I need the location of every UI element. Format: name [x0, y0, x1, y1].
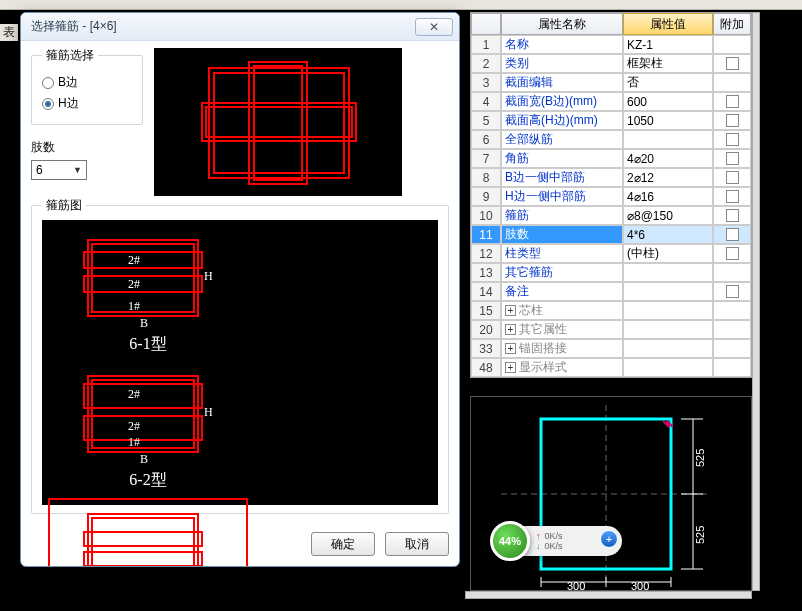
expand-icon[interactable]: +: [505, 362, 516, 373]
property-row[interactable]: 7角筋4⌀20: [471, 149, 751, 168]
property-value[interactable]: 1050: [623, 111, 713, 130]
property-row[interactable]: 4截面宽(B边)(mm)600: [471, 92, 751, 111]
property-value[interactable]: 否: [623, 73, 713, 92]
property-row[interactable]: 11肢数4*6: [471, 225, 751, 244]
property-value[interactable]: [623, 320, 713, 339]
property-value[interactable]: (中柱): [623, 244, 713, 263]
property-extra[interactable]: [713, 320, 751, 339]
property-extra[interactable]: [713, 187, 751, 206]
corner-label: 表: [0, 24, 18, 41]
svg-text:525: 525: [694, 526, 706, 544]
property-row[interactable]: 15+芯柱: [471, 301, 751, 320]
property-extra[interactable]: [713, 282, 751, 301]
speed-widget[interactable]: 44% ↑0K/s ↓0K/s +: [490, 521, 622, 561]
checkbox-icon[interactable]: [726, 152, 739, 165]
checkbox-icon[interactable]: [726, 114, 739, 127]
radio-b-side[interactable]: B边: [42, 74, 132, 91]
property-value[interactable]: 600: [623, 92, 713, 111]
preview-svg: [154, 48, 404, 198]
property-value[interactable]: 4*6: [623, 225, 713, 244]
property-idx: 5: [471, 111, 501, 130]
limb-combo[interactable]: 6 ▼: [31, 160, 87, 180]
property-extra[interactable]: [713, 301, 751, 320]
header-name[interactable]: 属性名称: [501, 13, 623, 35]
property-row[interactable]: 33+锚固搭接: [471, 339, 751, 358]
checkbox-icon[interactable]: [726, 209, 739, 222]
property-row[interactable]: 13其它箍筋: [471, 263, 751, 282]
property-idx: 6: [471, 130, 501, 149]
property-extra[interactable]: [713, 73, 751, 92]
property-value[interactable]: [623, 358, 713, 377]
cancel-button[interactable]: 取消: [385, 532, 449, 556]
property-row[interactable]: 8B边一侧中部筋2⌀12: [471, 168, 751, 187]
svg-text:1#: 1#: [128, 299, 140, 313]
svg-rect-0: [209, 68, 349, 178]
property-value[interactable]: KZ-1: [623, 35, 713, 54]
property-value[interactable]: [623, 301, 713, 320]
property-value[interactable]: [623, 339, 713, 358]
property-extra[interactable]: [713, 225, 751, 244]
property-value[interactable]: [623, 282, 713, 301]
graph-option-6-3[interactable]: 3# 2# 1# B H 6-3型: [48, 498, 248, 567]
property-value[interactable]: 2⌀12: [623, 168, 713, 187]
checkbox-icon[interactable]: [726, 247, 739, 260]
property-extra[interactable]: [713, 358, 751, 377]
svg-rect-9: [84, 276, 202, 292]
property-value[interactable]: [623, 130, 713, 149]
ok-button[interactable]: 确定: [311, 532, 375, 556]
property-extra[interactable]: [713, 92, 751, 111]
property-row[interactable]: 6全部纵筋: [471, 130, 751, 149]
radio-h-side[interactable]: H边: [42, 95, 132, 112]
dialog-titlebar[interactable]: 选择箍筋 - [4×6] ✕: [21, 13, 459, 41]
property-row[interactable]: 3截面编辑否: [471, 73, 751, 92]
property-row[interactable]: 2类别框架柱: [471, 54, 751, 73]
expand-icon[interactable]: +: [505, 343, 516, 354]
svg-text:2#: 2#: [128, 277, 140, 291]
checkbox-icon[interactable]: [726, 95, 739, 108]
header-extra[interactable]: 附加: [713, 13, 751, 35]
property-extra[interactable]: [713, 54, 751, 73]
expand-icon[interactable]: +: [505, 305, 516, 316]
property-value[interactable]: 4⌀16: [623, 187, 713, 206]
graph-option-6-2[interactable]: 2# 2# 1# B H 6-2型: [48, 362, 248, 494]
property-row[interactable]: 20+其它属性: [471, 320, 751, 339]
property-extra[interactable]: [713, 130, 751, 149]
property-value[interactable]: 4⌀20: [623, 149, 713, 168]
checkbox-icon[interactable]: [726, 228, 739, 241]
property-row[interactable]: 12柱类型(中柱): [471, 244, 751, 263]
property-value[interactable]: 框架柱: [623, 54, 713, 73]
speed-add-button[interactable]: +: [600, 530, 618, 548]
property-extra[interactable]: [713, 149, 751, 168]
property-row[interactable]: 48+显示样式: [471, 358, 751, 377]
preview-scrollbar-x[interactable]: [465, 591, 752, 599]
property-row[interactable]: 5截面高(H边)(mm)1050: [471, 111, 751, 130]
property-scrollbar[interactable]: [752, 12, 760, 591]
radio-h-label: H边: [58, 95, 79, 112]
property-header: 属性名称 属性值 附加: [471, 13, 751, 35]
property-row[interactable]: 10箍筋⌀8@150: [471, 206, 751, 225]
checkbox-icon[interactable]: [726, 171, 739, 184]
property-row[interactable]: 14备注: [471, 282, 751, 301]
property-extra[interactable]: [713, 339, 751, 358]
property-extra[interactable]: [713, 111, 751, 130]
checkbox-icon[interactable]: [726, 190, 739, 203]
property-extra[interactable]: [713, 35, 751, 54]
checkbox-icon[interactable]: [726, 285, 739, 298]
checkbox-icon[interactable]: [726, 133, 739, 146]
dialog-close-button[interactable]: ✕: [415, 18, 453, 36]
property-extra[interactable]: [713, 168, 751, 187]
property-extra[interactable]: [713, 244, 751, 263]
header-value[interactable]: 属性值: [623, 13, 713, 35]
checkbox-icon[interactable]: [726, 57, 739, 70]
property-idx: 20: [471, 320, 501, 339]
expand-icon[interactable]: +: [505, 324, 516, 335]
property-row[interactable]: 1名称KZ-1: [471, 35, 751, 54]
property-extra[interactable]: [713, 206, 751, 225]
graph-option-6-1[interactable]: 2# 2# 1# B H 6-1型: [48, 226, 248, 358]
radio-icon: [42, 98, 54, 110]
property-row[interactable]: 9H边一侧中部筋4⌀16: [471, 187, 751, 206]
property-value[interactable]: ⌀8@150: [623, 206, 713, 225]
property-value[interactable]: [623, 263, 713, 282]
property-extra[interactable]: [713, 263, 751, 282]
header-idx[interactable]: [471, 13, 501, 35]
